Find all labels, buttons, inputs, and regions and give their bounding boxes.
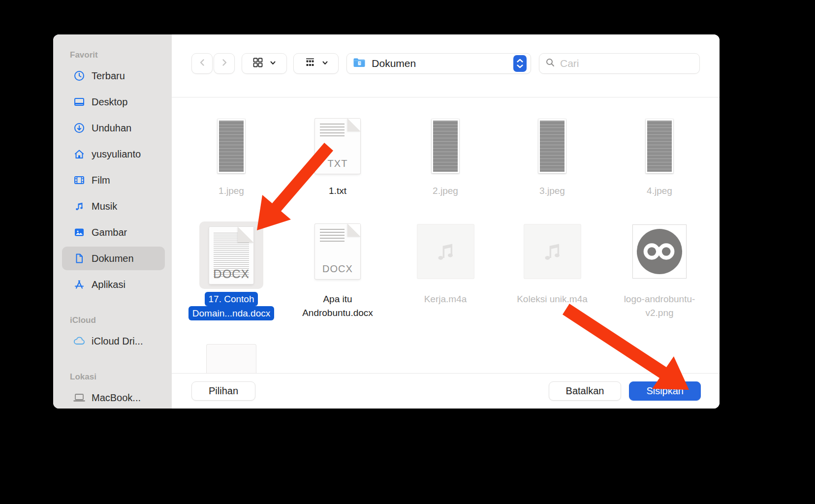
sidebar-item-dokumen[interactable]: Dokumen xyxy=(62,247,165,270)
sidebar-item-film[interactable]: Film xyxy=(62,168,165,192)
selection-highlight: DOCX xyxy=(199,221,263,289)
cloud-icon xyxy=(73,335,86,347)
insert-button[interactable]: Sisipkan xyxy=(629,381,701,401)
sidebar-item-musik[interactable]: Musik xyxy=(62,194,165,218)
folder-dropdown-label: Dokumen xyxy=(372,58,513,69)
txt-document-icon: TXT xyxy=(315,119,360,174)
sidebar-item-icloud-drive[interactable]: iCloud Dri... xyxy=(62,329,165,353)
file-item-selected-docx[interactable]: DOCX 17. Contoh Domain...nda.docx xyxy=(185,220,278,320)
options-button[interactable]: Pilihan xyxy=(191,381,255,401)
file-name-line1: 17. Contoh xyxy=(205,292,258,306)
file-name: Kerja.m4a xyxy=(399,292,492,306)
file-item-2-jpeg[interactable]: 2.jpeg xyxy=(399,118,492,198)
file-item-kerja-m4a[interactable]: Kerja.m4a xyxy=(399,220,492,306)
sidebar-item-label: iCloud Dri... xyxy=(92,336,143,347)
file-item-1-jpeg[interactable]: 1.jpeg xyxy=(185,118,278,198)
sidebar-item-label: Film xyxy=(92,175,110,186)
folder-dropdown[interactable]: Dokumen xyxy=(346,53,531,74)
audio-file-icon xyxy=(524,224,581,279)
sidebar-item-label: Dokumen xyxy=(92,253,134,264)
file-item-logo-png[interactable]: logo-androbuntu- v2.png xyxy=(613,220,706,320)
jpeg-thumbnail-icon xyxy=(432,119,459,173)
file-name: 3.jpeg xyxy=(505,184,599,198)
sidebar-item-label: Musik xyxy=(92,201,117,212)
sidebar-section-icloud: iCloud xyxy=(70,315,164,325)
document-icon xyxy=(73,252,86,265)
file-picker-dialog: Favorit Terbaru Desktop Unduhan yusyulia… xyxy=(53,34,720,409)
search-input[interactable] xyxy=(560,58,693,69)
film-icon xyxy=(73,174,86,187)
laptop-icon xyxy=(73,391,86,404)
file-name: 4.jpeg xyxy=(613,184,706,198)
file-item-1-txt[interactable]: TXT 1.txt xyxy=(291,118,384,198)
sidebar-item-desktop[interactable]: Desktop xyxy=(62,90,165,114)
sidebar-item-home[interactable]: yusyulianto xyxy=(62,142,165,166)
home-icon xyxy=(73,148,86,160)
music-note-icon xyxy=(73,200,86,213)
stepper-icon xyxy=(513,55,527,72)
sidebar-item-unduhan[interactable]: Unduhan xyxy=(62,116,165,140)
file-type-badge: TXT xyxy=(315,158,360,169)
sidebar-item-terbaru[interactable]: Terbaru xyxy=(62,64,165,88)
png-logo-icon xyxy=(632,224,687,279)
sidebar: Favorit Terbaru Desktop Unduhan yusyulia… xyxy=(53,34,172,409)
sidebar-item-label: Aplikasi xyxy=(92,279,125,290)
search-field xyxy=(539,53,700,74)
sidebar-item-label: MacBook... xyxy=(92,392,141,404)
file-item-apa-itu-docx[interactable]: DOCX Apa itu Androbuntu.docx xyxy=(291,220,384,320)
file-name: Koleksi unik.m4a xyxy=(505,292,599,306)
sidebar-item-gambar[interactable]: Gambar xyxy=(62,220,165,244)
file-name-selected: 17. Contoh Domain...nda.docx xyxy=(185,292,278,320)
file-item-4-jpeg[interactable]: 4.jpeg xyxy=(613,118,706,198)
download-circle-icon xyxy=(73,122,86,134)
toolbar: Dokumen xyxy=(172,34,720,97)
back-button[interactable] xyxy=(191,53,213,74)
footer-bar: Pilihan Batalkan Sisipkan xyxy=(172,373,720,409)
sidebar-item-aplikasi[interactable]: Aplikasi xyxy=(62,273,165,296)
file-name: 2.jpeg xyxy=(399,184,492,198)
file-name: logo-androbuntu- v2.png xyxy=(613,292,706,320)
forward-button[interactable] xyxy=(214,53,235,74)
file-item-koleksi-m4a[interactable]: Koleksi unik.m4a xyxy=(505,220,599,306)
file-type-badge: DOCX xyxy=(315,263,360,275)
file-name: 1.txt xyxy=(291,184,384,198)
file-name: Apa itu Androbuntu.docx xyxy=(291,292,384,320)
search-icon xyxy=(545,58,555,69)
file-grid: 1.jpeg TXT 1.txt 2.jpeg 3.jpeg xyxy=(172,97,720,373)
group-view-button[interactable] xyxy=(293,53,339,74)
sidebar-item-label: yusyulianto xyxy=(92,149,141,160)
chevron-down-icon xyxy=(270,59,276,68)
sidebar-item-label: Unduhan xyxy=(92,123,131,134)
group-view-icon xyxy=(304,57,316,70)
sidebar-item-macbook[interactable]: MacBook... xyxy=(62,386,165,409)
folder-icon xyxy=(353,57,366,70)
partial-file-icon xyxy=(207,345,256,373)
docx-document-icon: DOCX xyxy=(209,227,253,284)
file-name-line2: Domain...nda.docx xyxy=(188,306,274,320)
clock-icon xyxy=(73,69,86,82)
jpeg-thumbnail-icon xyxy=(218,119,245,173)
forward-chevron-icon xyxy=(220,58,229,69)
icon-view-button[interactable] xyxy=(242,53,287,74)
cancel-button[interactable]: Batalkan xyxy=(549,381,622,401)
sidebar-section-favorites: Favorit xyxy=(70,50,164,60)
photo-icon xyxy=(73,226,86,239)
docx-document-icon: DOCX xyxy=(315,224,360,279)
audio-file-icon xyxy=(417,224,474,279)
main-panel: Dokumen 1.jpeg xyxy=(172,34,720,409)
sidebar-section-lokasi: Lokasi xyxy=(70,372,164,382)
file-type-badge: DOCX xyxy=(209,267,253,281)
jpeg-thumbnail-icon xyxy=(646,119,673,173)
sidebar-item-label: Gambar xyxy=(92,227,127,238)
sidebar-item-label: Desktop xyxy=(92,96,127,108)
file-item-3-jpeg[interactable]: 3.jpeg xyxy=(505,118,599,198)
app-store-icon xyxy=(73,278,86,291)
back-chevron-icon xyxy=(198,58,207,69)
chevron-down-icon xyxy=(322,59,328,68)
icon-view-icon xyxy=(252,57,264,70)
jpeg-thumbnail-icon xyxy=(538,119,566,173)
sidebar-item-label: Terbaru xyxy=(92,70,125,82)
file-name: 1.jpeg xyxy=(185,184,278,198)
desktop-icon xyxy=(73,95,86,108)
